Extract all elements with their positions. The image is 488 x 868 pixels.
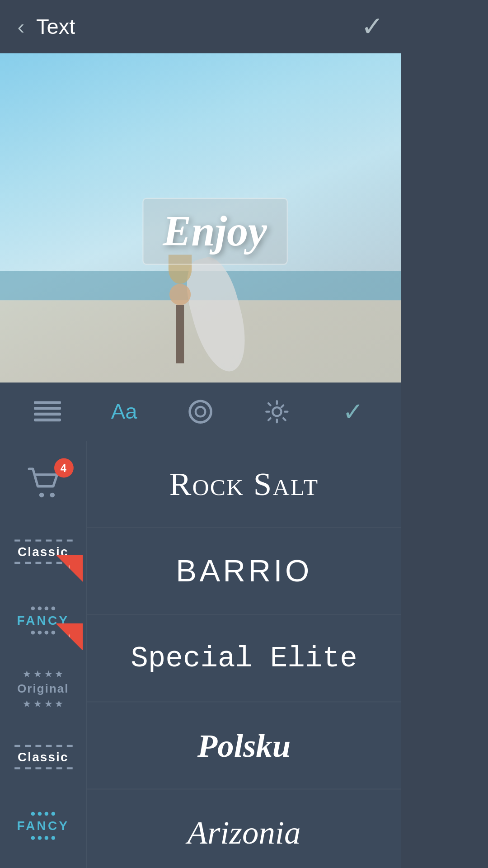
fancy2-dots-bottom — [31, 836, 56, 840]
gear-toolbar-button[interactable] — [255, 391, 298, 433]
person-head — [170, 284, 191, 305]
original-stars-top: ★ ★ ★ ★ — [23, 668, 63, 679]
original-label: Original — [17, 682, 69, 695]
sidebar: 4 Classic ↓ FANCY — [0, 441, 87, 868]
svg-rect-3 — [34, 419, 61, 421]
text-toolbar-button[interactable]: Aa — [103, 391, 145, 433]
sidebar-item-classic1[interactable]: Classic ↓ — [0, 517, 87, 586]
overlay-text: Enjoy — [163, 208, 267, 255]
download-badge-fancy1: ↓ — [56, 623, 83, 651]
fancy2-label: FANCY — [17, 819, 69, 833]
svg-rect-2 — [34, 413, 61, 415]
fancy2-dots-top — [31, 812, 56, 816]
toolbar-confirm-button[interactable]: ✓ — [332, 391, 374, 433]
back-button[interactable]: ‹ — [18, 14, 25, 39]
sidebar-item-original[interactable]: ★ ★ ★ ★ Original ★ ★ ★ ★ — [0, 654, 87, 723]
font-item-special-elite[interactable]: Special Elite — [87, 615, 401, 703]
sidebar-item-fancy1[interactable]: FANCY ↓ — [0, 586, 87, 655]
svg-point-4 — [190, 401, 211, 422]
svg-point-5 — [196, 407, 205, 416]
fancy1-dots-bottom — [31, 630, 56, 634]
photo-background: Enjoy — [0, 53, 401, 383]
toolbar: Aa ✓ — [0, 382, 401, 441]
fancy1-dots-top — [31, 606, 56, 610]
sidebar-item-cart[interactable]: 4 — [0, 448, 87, 517]
font-name-arizonia: Arizonia — [188, 814, 301, 851]
text-overlay-box[interactable]: Enjoy — [142, 198, 287, 265]
page-title: Text — [36, 14, 75, 39]
original-stars-bottom: ★ ★ ★ ★ — [23, 698, 63, 709]
classic2-label: Classic — [18, 750, 69, 764]
header: ‹ Text ✓ — [0, 0, 401, 53]
svg-rect-0 — [34, 401, 61, 404]
circle-toolbar-button[interactable] — [179, 391, 221, 433]
person-figure — [169, 264, 192, 363]
font-list-area: 4 Classic ↓ FANCY — [0, 441, 401, 868]
header-confirm-button[interactable]: ✓ — [361, 11, 383, 43]
font-item-barrio[interactable]: BARRIO — [87, 528, 401, 615]
download-badge-classic1: ↓ — [56, 555, 83, 582]
dashes2-top — [14, 745, 72, 747]
font-name-polsku: Polsku — [197, 727, 291, 764]
svg-point-6 — [272, 407, 281, 416]
font-name-barrio: BARRIO — [176, 553, 312, 589]
font-item-rock-salt[interactable]: Rock Salt — [87, 441, 401, 528]
font-item-polsku[interactable]: Polsku — [87, 703, 401, 790]
font-list: Rock Salt BARRIO Special Elite Polsku Ar… — [87, 441, 401, 868]
text-aa-label: Aa — [111, 399, 137, 425]
dashes2-bottom — [14, 768, 72, 769]
dashes-top — [14, 539, 72, 541]
toolbar-check-icon: ✓ — [343, 397, 364, 427]
svg-point-8 — [49, 493, 54, 498]
header-left: ‹ Text — [18, 14, 75, 39]
font-name-rock-salt: Rock Salt — [169, 466, 319, 502]
person-body — [177, 305, 184, 363]
sidebar-item-fancy2[interactable]: FANCY — [0, 792, 87, 860]
svg-rect-1 — [34, 407, 61, 410]
font-name-special-elite: Special Elite — [131, 642, 357, 675]
font-item-arizonia[interactable]: Arizonia — [87, 789, 401, 868]
grid-toolbar-button[interactable] — [27, 391, 69, 433]
cart-badge: 4 — [54, 458, 73, 478]
sidebar-item-classic2[interactable]: Classic — [0, 723, 87, 792]
svg-point-7 — [39, 493, 44, 498]
photo-area: Enjoy — [0, 53, 401, 383]
